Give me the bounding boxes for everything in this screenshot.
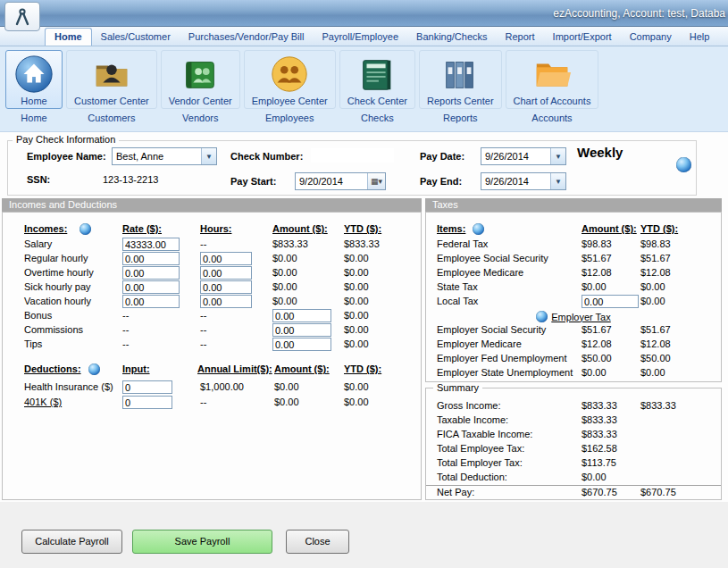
pay-date-combo[interactable]: 9/26/2014 ▼ <box>481 147 566 165</box>
federal-tax-label: Federal Tax <box>437 238 578 249</box>
check-center-button-title: Check Center <box>347 96 407 106</box>
employee-center-button-label: Employees <box>265 113 314 123</box>
employee-center-button[interactable]: Employee Center <box>244 50 336 109</box>
employer-social-security-amount: $51.67 <box>582 324 639 335</box>
calculate-payroll-button[interactable]: Calculate Payroll <box>21 530 122 554</box>
table-row: Taxable Income:$833.33 <box>426 413 721 429</box>
regular-hourly-rate-input[interactable] <box>122 252 180 265</box>
overtime-hourly-rate-input[interactable] <box>122 266 180 280</box>
overtime-hourly-amount: $0.00 <box>272 267 331 278</box>
vacation-hourly-rate-input[interactable] <box>122 295 180 308</box>
tab-company[interactable]: Company <box>621 29 681 46</box>
gross-income-label: Gross Income: <box>437 400 578 411</box>
net-pay-ytd: $670.75 <box>640 487 694 497</box>
annual-limit-column-header: Annual Limit($): <box>197 363 272 374</box>
summary-panel: Summary Gross Income:$833.33$833.33Taxab… <box>425 388 722 500</box>
tab-banking-checks[interactable]: Banking/Checks <box>407 29 497 46</box>
taxes-panel: Items: Amount ($): YTD ($): Federal Tax$… <box>425 212 722 382</box>
employee-center-button-title: Employee Center <box>252 96 328 106</box>
sick-hourly-pay-ytd: $0.00 <box>344 281 397 292</box>
net-pay-value: $670.75 <box>582 487 639 497</box>
vacation-hourly-label: Vacation hourly <box>24 296 119 306</box>
vendor-center-button-title: Vendor Center <box>169 96 232 106</box>
chart-of-accounts-button-label: Accounts <box>531 113 572 123</box>
tab-import-export[interactable]: Import/Export <box>544 29 621 46</box>
table-row: Local Tax$0.00 <box>426 295 721 310</box>
chart-of-accounts-button[interactable]: Chart of Accounts <box>506 50 599 109</box>
table-row: Overtime hourly$0.00$0.00 <box>3 266 421 281</box>
save-payroll-button[interactable]: Save Payroll <box>132 530 272 554</box>
tab-help[interactable]: Help <box>681 29 719 46</box>
401k-label[interactable]: 401K ($) <box>24 397 121 407</box>
sick-hourly-pay-amount: $0.00 <box>272 281 331 292</box>
regular-hourly-hours-input[interactable] <box>200 252 252 265</box>
tab-sales-customer[interactable]: Sales/Customer <box>92 29 180 46</box>
toolbar-item-home: Home Home <box>5 50 63 123</box>
pay-start-datepicker[interactable]: 9/20/2014 ▦▾ <box>295 172 386 190</box>
tips-amount-input[interactable] <box>272 338 331 351</box>
table-row: Health Insurance ($)$1,000.00$0.00$0.00 <box>3 380 421 396</box>
reports-center-button[interactable]: Reports Center <box>419 50 502 109</box>
tab-purchases-vendor-pay-bill[interactable]: Purchases/Vendor/Pay Bill <box>180 29 314 46</box>
ssn-value: 123-13-2213 <box>103 174 158 185</box>
employer-tax-subheader: Employer Tax <box>551 312 610 322</box>
table-row: Federal Tax$98.83$98.83 <box>426 238 721 253</box>
commissions-ytd: $0.00 <box>344 324 397 335</box>
local-tax-amount-input[interactable] <box>582 295 639 308</box>
ytd-column-header: YTD ($): <box>344 223 381 234</box>
title-bar: ezAccounting, Account: test, Databa <box>0 0 728 27</box>
tab-report[interactable]: Report <box>497 29 544 46</box>
federal-tax-amount: $98.83 <box>582 238 639 249</box>
health-insurance-inp-input[interactable] <box>122 380 172 394</box>
sick-hourly-pay-label: Sick hourly pay <box>24 281 119 292</box>
regular-hourly-ytd: $0.00 <box>344 253 397 263</box>
sick-hourly-pay-rate-input[interactable] <box>122 280 180 294</box>
commissions-hours: -- <box>200 324 252 335</box>
health-insurance-amount: $0.00 <box>274 381 328 392</box>
salary-amount: $833.33 <box>272 238 331 249</box>
check-center-button[interactable]: Check Center <box>339 50 415 109</box>
app-window: ezAccounting, Account: test, Databa Home… <box>0 0 728 568</box>
taxes-help-icon[interactable] <box>473 223 484 235</box>
sick-hourly-pay-hours-input[interactable] <box>200 280 252 294</box>
commissions-amount-input[interactable] <box>272 323 331 337</box>
vacation-hourly-hours-input[interactable] <box>200 295 252 308</box>
401k-inp-input[interactable] <box>122 396 172 409</box>
overtime-hourly-hours-input[interactable] <box>200 266 252 280</box>
chevron-down-icon: ▼ <box>201 148 216 164</box>
gross-income-ytd: $833.33 <box>640 400 694 411</box>
fica-taxable-income-label: FICA Taxable Income: <box>437 429 578 439</box>
table-row: Employee Social Security$51.67$51.67 <box>426 252 721 267</box>
table-row: Employer Medicare$12.08$12.08 <box>426 338 721 353</box>
tips-hours: -- <box>200 338 252 349</box>
help-globe-icon[interactable] <box>676 157 691 172</box>
ssn-label: SSN: <box>27 174 50 185</box>
fica-taxable-income-value: $833.33 <box>582 429 639 439</box>
tax-items-column-header: Items: <box>437 223 465 234</box>
pay-end-combo[interactable]: 9/26/2014 ▼ <box>481 172 566 190</box>
salary-rate-input[interactable] <box>122 238 180 251</box>
reports-center-button-label: Reports <box>443 113 478 123</box>
local-tax-ytd: $0.00 <box>640 296 694 306</box>
vendor-center-button[interactable]: Vendor Center <box>161 50 240 109</box>
customer-center-button[interactable]: Customer Center <box>66 50 157 109</box>
salary-ytd: $833.33 <box>344 238 397 249</box>
app-menu-button[interactable] <box>4 2 40 31</box>
employer-tax-help-icon[interactable] <box>536 311 548 322</box>
pay-date-label: Pay Date: <box>420 151 464 162</box>
table-row: Total Employer Tax:$113.75 <box>426 456 721 472</box>
deductions-help-icon[interactable] <box>88 363 100 375</box>
incomes-help-icon[interactable] <box>79 223 91 235</box>
check-number-input[interactable] <box>310 147 395 163</box>
employee-name-combo[interactable]: Best, Anne ▼ <box>112 147 217 165</box>
vendor-center-button-label: Vendors <box>182 113 218 123</box>
bonus-amount-input[interactable] <box>272 309 331 322</box>
federal-tax-ytd: $98.83 <box>640 238 694 249</box>
taxable-income-label: Taxable Income: <box>437 414 578 425</box>
customer-center-icon <box>91 54 132 95</box>
tab-home[interactable]: Home <box>45 28 92 46</box>
home-button[interactable]: Home <box>5 50 63 109</box>
tab-payroll-employee[interactable]: Payroll/Employee <box>313 29 407 46</box>
close-button[interactable]: Close <box>286 530 349 554</box>
taxable-income-value: $833.33 <box>582 414 639 425</box>
